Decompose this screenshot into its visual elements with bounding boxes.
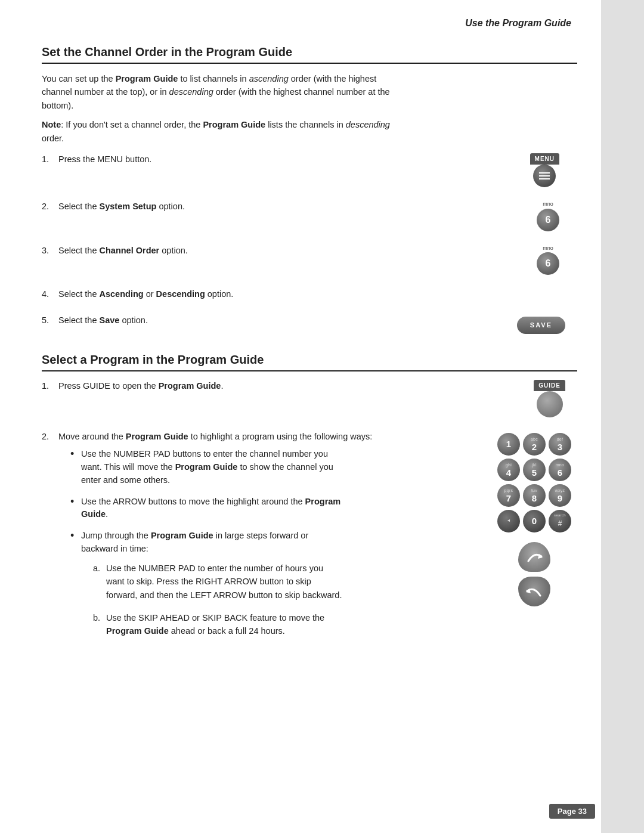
page-title: Use the Program Guide <box>465 18 571 28</box>
bullet-text-3: Jump through the Program Guide in large … <box>81 529 343 648</box>
step-5: 5. Select the Save option. SAVE <box>42 314 577 334</box>
menu-line <box>539 175 550 176</box>
step-3: 3. Select the Channel Order option. mno … <box>42 244 577 275</box>
save-button-image: SAVE <box>511 317 565 334</box>
menu-line <box>539 172 550 174</box>
step-num-1: 1. <box>42 153 58 166</box>
numpad-6-btn-2: 6 <box>537 252 559 275</box>
menu-line <box>539 178 550 179</box>
numpad-cell-star: ◄ <box>497 510 520 532</box>
numpad-cell-1: 1 <box>497 433 520 456</box>
step-4: 4. Select the Ascending or Descending op… <box>42 288 577 301</box>
page-number-badge: Page 33 <box>549 804 595 819</box>
numpad-6-btn-1: 6 <box>537 209 559 231</box>
numpad-cell-7: pqrs 7 <box>497 484 520 507</box>
section1-note: Note: If you don't set a channel order, … <box>42 118 394 145</box>
step-text-3: Select the Channel Order option. <box>58 244 188 258</box>
skip-buttons <box>518 542 550 606</box>
skip-ahead-btn <box>518 542 550 572</box>
step-num-2: 2. <box>42 200 58 213</box>
numpad-cell-0: 0 <box>523 510 546 532</box>
right-sidebar <box>601 0 644 833</box>
section1: Set the Channel Order in the Program Gui… <box>42 45 577 334</box>
numpad-6-image-step3: mno 6 <box>537 244 559 275</box>
numpad-cell-hash: search # <box>549 510 571 532</box>
step-text-2: Select the System Setup option. <box>58 200 185 213</box>
skip-ahead-icon <box>526 550 543 563</box>
bullet-item-2: • Use the ARROW buttons to move the high… <box>70 496 404 522</box>
section1-heading: Set the Channel Order in the Program Gui… <box>42 45 577 64</box>
menu-icon <box>539 172 550 179</box>
right-images: 1 abc 2 def 3 <box>491 433 571 606</box>
step-num-4: 4. <box>42 288 58 301</box>
numpad-cell-2: abc 2 <box>523 433 546 456</box>
page-container: Use the Program Guide Set the Channel Or… <box>0 0 644 833</box>
section2-step-num-1: 1. <box>42 380 58 393</box>
section1-intro: You can set up the Program Guide to list… <box>42 72 394 112</box>
numpad-6-image-step2: mno 6 <box>537 200 559 231</box>
guide-cap-label: GUIDE <box>534 380 565 391</box>
menu-body <box>533 165 556 187</box>
numpad-cell-8: tuv 8 <box>523 484 546 507</box>
step-text-1: Press the MENU button. <box>58 153 151 166</box>
mno-label-1: mno <box>543 200 553 209</box>
section2-heading: Select a Program in the Program Guide <box>42 353 577 371</box>
section2-step-num-2: 2. <box>42 431 58 444</box>
bullet-dot-2: • <box>70 496 81 509</box>
menu-button-image: MENU <box>530 153 559 187</box>
step-num-3: 3. <box>42 244 58 258</box>
step-text-5: Select the Save option. <box>58 314 148 327</box>
sub-label-a: a. <box>93 562 106 575</box>
sub-item-a: a. Use the NUMBER PAD to enter the numbe… <box>93 562 343 602</box>
section2-step-2: 2. Move around the Program Guide to high… <box>42 431 577 656</box>
bullet-dot-1: • <box>70 448 81 461</box>
section2: Select a Program in the Program Guide 1.… <box>42 353 577 656</box>
guide-button-image: GUIDE <box>534 380 565 417</box>
sub-text-a: Use the NUMBER PAD to enter the number o… <box>106 562 343 602</box>
save-btn: SAVE <box>517 317 565 334</box>
mno-label-2: mno <box>543 244 553 253</box>
numpad-cell-4: ghi 4 <box>497 459 520 481</box>
section2-step-text-1: Press GUIDE to open the Program Guide. <box>58 380 223 393</box>
section1-steps: 1. Press the MENU button. MENU <box>42 153 577 333</box>
skip-back-icon <box>526 585 543 598</box>
step-2: 2. Select the System Setup option. mno 6 <box>42 200 577 231</box>
bullet-item-3: • Jump through the Program Guide in larg… <box>70 529 404 648</box>
main-content: Use the Program Guide Set the Channel Or… <box>0 0 601 833</box>
step-num-5: 5. <box>42 314 58 327</box>
sub-text-b: Use the SKIP AHEAD or SKIP BACK feature … <box>106 611 343 638</box>
guide-body <box>537 391 563 417</box>
numpad-grid: 1 abc 2 def 3 <box>497 433 571 532</box>
section2-step-1: 1. Press GUIDE to open the Program Guide… <box>42 380 577 417</box>
skip-back-btn <box>518 577 550 606</box>
save-label: SAVE <box>530 320 552 330</box>
sub-list: a. Use the NUMBER PAD to enter the numbe… <box>93 562 343 638</box>
bullet-dot-3: • <box>70 529 81 543</box>
bullet-list: • Use the NUMBER PAD buttons to enter th… <box>70 448 404 648</box>
section2-step-text-2: Move around the Program Guide to highlig… <box>58 431 404 656</box>
bullet-text-1: Use the NUMBER PAD buttons to enter the … <box>81 448 343 487</box>
bullet-text-2: Use the ARROW buttons to move the highli… <box>81 496 343 522</box>
numpad-cell-6: mno 6 <box>549 459 571 481</box>
section2-steps: 1. Press GUIDE to open the Program Guide… <box>42 380 577 656</box>
numpad-cell-3: def 3 <box>549 433 571 456</box>
page-header: Use the Program Guide <box>42 18 577 29</box>
sub-item-b: b. Use the SKIP AHEAD or SKIP BACK featu… <box>93 611 343 638</box>
sub-label-b: b. <box>93 611 106 624</box>
step-1: 1. Press the MENU button. MENU <box>42 153 577 187</box>
step-text-4: Select the Ascending or Descending optio… <box>58 288 404 301</box>
bullet-item-1: • Use the NUMBER PAD buttons to enter th… <box>70 448 404 487</box>
menu-cap-label: MENU <box>530 153 559 165</box>
numpad-cell-5: jkl 5 <box>523 459 546 481</box>
numpad-cell-9: wxyz 9 <box>549 484 571 507</box>
